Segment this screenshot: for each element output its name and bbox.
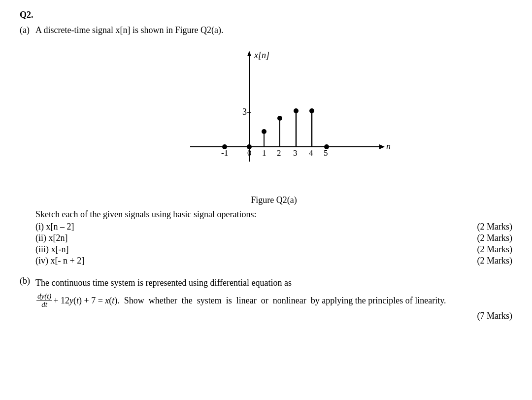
sub-part-i-marks: (2 Marks): [477, 222, 512, 232]
sub-part-iv: (iv) x[- n + 2] (2 Marks): [35, 256, 512, 266]
signal-plot: x[n] n 3 -1 0 1 2 3 4: [151, 43, 397, 191]
sub-part-i-label: (i) x[n – 2]: [35, 222, 74, 232]
part-a-intro: A discrete-time signal x[n] is shown in …: [35, 25, 512, 35]
dot-minus1: [222, 144, 227, 149]
tick-2: 2: [277, 148, 281, 158]
fraction-denominator: dt: [40, 300, 48, 309]
dy-fraction: dy(t) dt: [36, 292, 52, 309]
sub-part-ii-label: (ii) x[2n]: [35, 233, 67, 243]
part-b-marks: (7 Marks): [35, 311, 512, 321]
sub-part-ii: (ii) x[2n] (2 Marks): [35, 233, 512, 243]
sub-part-iv-marks: (2 Marks): [477, 256, 512, 266]
part-b-content: The continuous time system is represente…: [35, 276, 512, 321]
sub-part-iii-label: (iii) x[-n]: [35, 244, 68, 255]
sub-parts-list: (i) x[n – 2] (2 Marks) (ii) x[2n] (2 Mar…: [35, 222, 512, 266]
tick-0: 0: [247, 148, 252, 158]
sub-part-iii-marks: (2 Marks): [477, 244, 512, 255]
part-b: (b) The continuous time system is repres…: [20, 276, 512, 321]
question-label: Q2.: [20, 10, 512, 20]
part-a: (a) A discrete-time signal x[n] is shown…: [20, 25, 512, 267]
y-value-3: 3: [242, 107, 247, 117]
tick-1: 1: [262, 148, 266, 158]
sub-part-i: (i) x[n – 2] (2 Marks): [35, 222, 512, 232]
part-b-text-after: + 12y(t) + 7 = x(t). Show whether the sy…: [53, 293, 446, 308]
tick-3: 3: [293, 148, 298, 158]
part-b-text-before: The continuous time system is represente…: [35, 278, 292, 288]
sub-part-ii-marks: (2 Marks): [477, 233, 512, 243]
figure-caption: Figure Q2(a): [251, 195, 297, 205]
fraction-numerator: dy(t): [36, 292, 52, 301]
dot-4: [309, 108, 314, 113]
sub-part-iv-label: (iv) x[- n + 2]: [35, 256, 84, 266]
part-b-letter: (b): [20, 276, 35, 286]
sketch-instruction: Sketch each of the given signals using b…: [35, 209, 512, 220]
y-axis-label: x[n]: [254, 50, 269, 60]
marks-label: (7 Marks): [477, 311, 512, 321]
part-a-letter: (a): [20, 25, 35, 35]
dot-3: [294, 108, 299, 113]
part-a-content: A discrete-time signal x[n] is shown in …: [35, 25, 512, 267]
svg-marker-3: [379, 144, 385, 149]
sub-part-iii: (iii) x[-n] (2 Marks): [35, 244, 512, 255]
part-b-text: The continuous time system is represente…: [35, 276, 512, 309]
dot-0: [247, 144, 252, 149]
dot-5: [324, 144, 329, 149]
svg-marker-1: [247, 51, 251, 56]
dot-1: [262, 129, 266, 134]
dot-2: [277, 116, 282, 121]
n-axis-label: n: [386, 141, 391, 151]
tick-4: 4: [309, 148, 313, 158]
tick-5: 5: [324, 148, 328, 158]
tick-minus1: -1: [221, 148, 228, 158]
figure-container: x[n] n 3 -1 0 1 2 3 4: [35, 43, 512, 205]
